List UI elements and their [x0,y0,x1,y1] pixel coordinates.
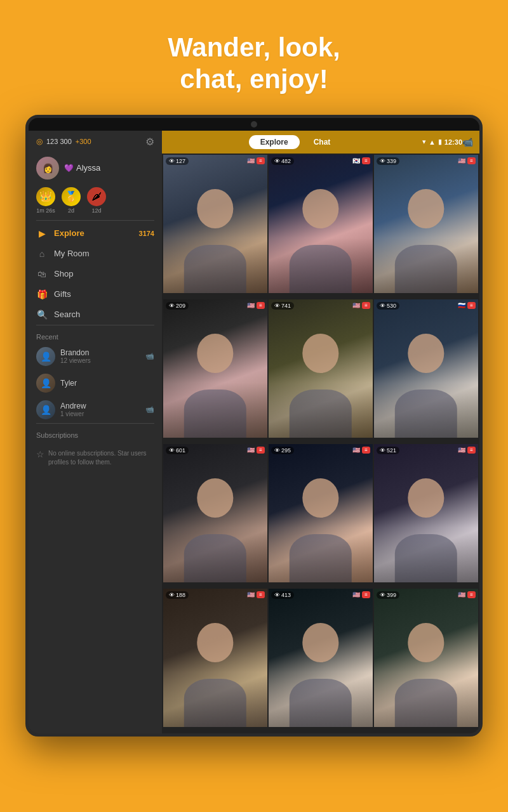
live-badge-5: ≡ [362,302,370,309]
viewer-number-12: 399 [387,592,396,598]
nav-count-explore: 3174 [139,230,154,237]
flag-8: 🇺🇸 [352,447,360,454]
grid-item-5[interactable]: 👁 741 🇺🇸 ≡ [269,299,373,438]
camera-button[interactable]: 📹 [462,137,473,147]
nav-label-gifts: Gifts [54,289,71,299]
grid-top-info-10: 👁 188 🇺🇸 ≡ [166,591,265,599]
grid-item-4[interactable]: 👁 209 🇺🇸 ≡ [163,299,267,438]
live-badge-11: ≡ [362,591,370,598]
headline-line1: Wander, look, [168,32,340,62]
recent-name-brandon: Brandon [60,348,140,357]
viewer-count-4: 👁 209 [166,302,189,310]
badges-row: 👑 1m 26s 🥇 2d 🌶 12d [29,183,162,220]
flag-2: 🇰🇷 [352,157,360,164]
grid-item-1[interactable]: 👁 127 🇺🇸 ≡ [163,155,267,294]
face-12 [408,623,444,662]
eye-icon-5: 👁 [274,303,280,309]
face-6 [408,334,444,372]
live-badge-6: ≡ [467,302,476,309]
recent-sub-brandon: 12 viewers [60,357,140,364]
nav-item-gifts[interactable]: 🎁 Gifts [29,284,162,304]
recent-item-tyler[interactable]: 👤 Tyler [29,370,162,396]
tab-bar: Explore Chat [168,135,422,149]
live-badge-12: ≡ [467,591,476,598]
grid-overlay-7 [163,527,267,582]
nav-label-my-room: My Room [54,249,90,258]
flag-11: 🇺🇸 [352,591,360,598]
face-2 [302,189,338,228]
badge-vip: 👑 1m 26s [36,187,55,214]
viewer-number-9: 521 [387,447,396,454]
settings-icon[interactable]: ⚙ [145,136,154,148]
subscriptions-empty-text: No online subscriptions. Star users prof… [48,449,154,467]
grid-overlay-1 [163,238,267,293]
grid-item-7[interactable]: 👁 601 🇺🇸 ≡ [163,444,267,583]
viewer-number-11: 413 [281,592,291,598]
fire-time: 12d [91,207,101,214]
grid-item-3[interactable]: 👁 339 🇺🇸 ≡ [374,155,478,294]
grid-item-6[interactable]: 👁 530 🇷🇺 ≡ [374,299,478,438]
tab-explore[interactable]: Explore [249,135,300,149]
nav-item-shop[interactable]: 🛍 Shop [29,264,162,284]
eye-icon-1: 👁 [169,158,175,164]
face-11 [302,623,338,662]
nav-icon-my-room: ⌂ [36,249,48,259]
face-10 [197,623,233,662]
grid-item-12[interactable]: 👁 399 🇺🇸 ≡ [374,589,478,728]
nav-icon-shop: 🛍 [36,269,48,279]
grid-overlay-8 [269,527,373,582]
viewer-count-3: 👁 339 [377,157,399,165]
grid-overlay-3 [374,238,478,293]
face-7 [197,478,233,517]
nav-item-my-room[interactable]: ⌂ My Room [29,244,162,264]
viewer-number-10: 188 [176,592,185,598]
status-icons: ▾ ▲ ▮ 12:30 [422,138,462,146]
app-container: ◎ 123 300 +300 ⚙ 👩 💜 Alyssa 👑 [29,131,479,733]
flag-10: 🇺🇸 [247,591,255,598]
grid-item-11[interactable]: 👁 413 🇺🇸 ≡ [269,589,373,728]
grid-top-info-3: 👁 339 🇺🇸 ≡ [377,157,476,165]
nav-item-search[interactable]: 🔍 Search [29,304,162,325]
face-3 [408,189,444,228]
user-profile[interactable]: 👩 💜 Alyssa [29,153,162,183]
face-9 [408,478,444,517]
flag-6: 🇷🇺 [458,302,465,309]
battery-icon: ▮ [438,138,442,146]
live-badge-9: ≡ [467,447,476,454]
divider-1 [36,220,154,221]
grid-top-info-2: 👁 482 🇰🇷 ≡ [271,157,370,165]
viewer-number-8: 295 [281,447,291,454]
grid-item-9[interactable]: 👁 521 🇺🇸 ≡ [374,444,478,583]
eye-icon-3: 👁 [380,158,385,164]
grid-overlay-2 [269,238,373,293]
device: ◎ 123 300 +300 ⚙ 👩 💜 Alyssa 👑 [25,115,483,737]
recent-item-brandon[interactable]: 👤 Brandon 12 viewers 📹 [29,343,162,370]
nav-icon-gifts: 🎁 [36,289,48,299]
username-text: Alyssa [76,163,100,173]
recent-avatar-andrew: 👤 [36,400,55,419]
viewer-number-2: 482 [281,158,291,164]
recent-avatar-brandon: 👤 [36,347,55,366]
grid-top-info-6: 👁 530 🇷🇺 ≡ [377,302,476,310]
grid-item-8[interactable]: 👁 295 🇺🇸 ≡ [269,444,373,583]
grid-top-info-11: 👁 413 🇺🇸 ≡ [271,591,370,599]
face-8 [302,478,338,517]
avatar: 👩 [36,157,59,180]
grid-top-info-8: 👁 295 🇺🇸 ≡ [271,447,370,454]
viewer-number-5: 741 [281,303,291,309]
viewer-number-4: 209 [176,303,185,309]
tab-chat[interactable]: Chat [302,135,342,149]
recent-sub-andrew: 1 viewer [60,410,140,417]
divider-2 [36,325,154,325]
recent-item-andrew[interactable]: 👤 Andrew 1 viewer 📹 [29,396,162,423]
grid-overlay-10 [163,672,267,727]
grid-top-info-9: 👁 521 🇺🇸 ≡ [377,447,476,454]
grid-item-10[interactable]: 👁 188 🇺🇸 ≡ [163,589,267,728]
flag-1: 🇺🇸 [247,157,255,164]
viewer-number-6: 530 [387,303,396,309]
status-time: 12:30 [444,138,462,146]
grid-top-info-4: 👁 209 🇺🇸 ≡ [166,302,265,310]
grid-item-2[interactable]: 👁 482 🇰🇷 ≡ [269,155,373,294]
viewer-count-7: 👁 601 [166,447,189,454]
nav-item-explore[interactable]: ▶ Explore 3174 [29,223,162,244]
